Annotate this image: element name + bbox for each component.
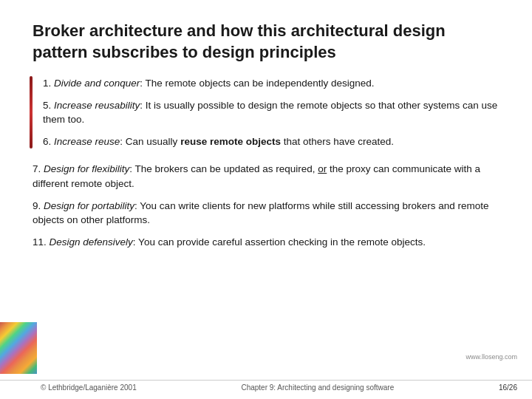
mosaic-decoration [0, 322, 37, 374]
item-title: Design for flexibility [44, 163, 129, 174]
list-item: 6. Increase reuse: Can usually reuse rem… [43, 134, 502, 149]
item-title: Increase reuse [54, 136, 120, 147]
underline-or: or [318, 163, 327, 174]
bottom-section: 7. Design for flexibility: The brokers c… [30, 162, 502, 249]
item-title: Increase reusability [54, 100, 140, 111]
top-content: 1. Divide and conquer: The remote object… [43, 76, 502, 149]
list-item: 5. Increase reusability: It is usually p… [43, 98, 502, 127]
left-border-decoration [30, 76, 33, 149]
item-number: 6. [43, 136, 54, 147]
footer: © Lethbridge/Laganière 2001 Chapter 9: A… [0, 380, 532, 392]
item-number: 5. [43, 100, 54, 111]
item-body: : You can provide careful assertion chec… [133, 236, 426, 248]
footer-left: © Lethbridge/Laganière 2001 [41, 383, 137, 392]
item-body: : Can usually reuse remote objects that … [120, 136, 394, 147]
slide: Broker architecture and how this archite… [0, 0, 532, 399]
item-title: Design for portability [44, 200, 134, 211]
item-number: 1. [43, 78, 54, 89]
footer-center: Chapter 9: Architecting and designing so… [137, 383, 499, 392]
item-separator: : The remote objects can be independentl… [140, 78, 374, 89]
item-number: 11. [33, 236, 50, 248]
footer-right: 16/26 [499, 383, 517, 392]
watermark: www.lloseng.com [466, 353, 517, 361]
item-title: Divide and conquer [54, 78, 140, 89]
list-item: 7. Design for flexibility: The brokers c… [33, 162, 502, 191]
item-number: 7. [33, 163, 44, 174]
item-number: 9. [33, 200, 44, 211]
list-item: 9. Design for portability: You can write… [33, 199, 502, 228]
slide-title: Broker architecture and how this archite… [30, 21, 502, 63]
item-title: Design defensively [50, 236, 133, 248]
list-item: 1. Divide and conquer: The remote object… [43, 76, 502, 91]
list-item: 11. Design defensively: You can provide … [33, 235, 502, 250]
top-section: 1. Divide and conquer: The remote object… [30, 76, 502, 149]
